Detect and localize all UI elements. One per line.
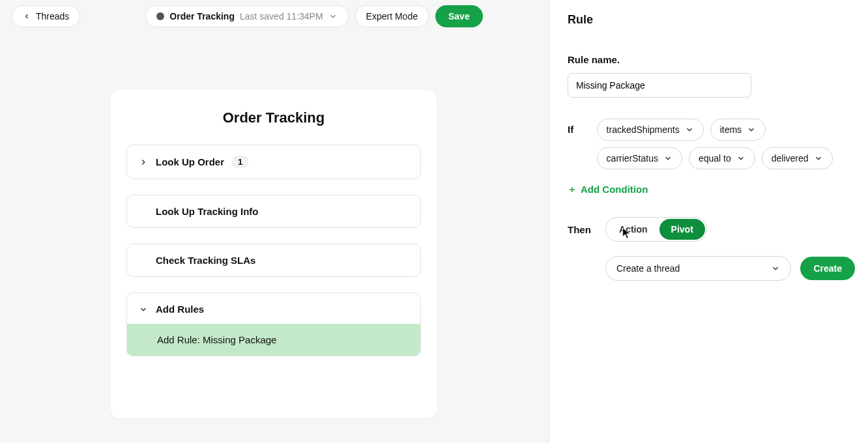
chevron-down-icon <box>139 305 148 314</box>
step-add-rules[interactable]: Add Rules <box>126 293 421 324</box>
expert-mode-label: Expert Mode <box>366 11 418 21</box>
then-row: Then Action Pivot <box>568 217 855 242</box>
step-label: Check Tracking SLAs <box>156 255 255 266</box>
condition-chips: trackedShipments items carrierStatus equ… <box>597 119 855 169</box>
plus-icon <box>568 185 577 194</box>
chip-label: trackedShipments <box>607 124 680 135</box>
rule-panel: Rule Rule name. If trackedShipments item… <box>549 0 868 443</box>
chip-items[interactable]: items <box>710 119 766 141</box>
status-dot <box>156 12 164 20</box>
step-look-up-tracking[interactable]: Look Up Tracking Info <box>126 195 421 228</box>
rule-name-input[interactable] <box>568 73 751 98</box>
rule-name-label: Rule name. <box>568 54 855 65</box>
toggle-pivot[interactable]: Pivot <box>659 219 705 240</box>
step-check-slas[interactable]: Check Tracking SLAs <box>126 244 421 277</box>
chip-carrierstatus[interactable]: carrierStatus <box>597 147 682 169</box>
topbar: Threads Order Tracking Last saved 11:34P… <box>12 5 537 27</box>
chip-label: items <box>720 124 742 135</box>
step-label: Look Up Tracking Info <box>156 206 259 217</box>
panel-heading: Rule <box>568 13 855 27</box>
context-pill[interactable]: Order Tracking Last saved 11:34PM <box>145 5 348 27</box>
step-badge: 1 <box>232 156 248 168</box>
chevron-down-icon <box>747 125 756 134</box>
add-condition-button[interactable]: Add Condition <box>568 184 648 195</box>
chevron-down-icon <box>771 264 780 273</box>
chevron-down-icon <box>814 154 823 163</box>
chip-delivered[interactable]: delivered <box>762 147 833 169</box>
then-select[interactable]: Create a thread <box>605 256 791 281</box>
workflow-title: Order Tracking <box>126 109 421 126</box>
add-condition-label: Add Condition <box>581 184 648 195</box>
then-action-row: Create a thread Create <box>605 256 855 281</box>
chevron-down-icon <box>663 154 673 163</box>
chevron-down-icon <box>736 154 745 163</box>
if-label: If <box>568 119 583 135</box>
action-pivot-toggle: Action Pivot <box>605 217 707 242</box>
threads-button[interactable]: Threads <box>12 5 80 27</box>
chevron-right-icon <box>139 158 148 167</box>
chip-label: carrierStatus <box>607 153 658 164</box>
chevron-down-icon <box>685 125 694 134</box>
step-label: Add Rules <box>156 304 204 315</box>
step-look-up-order[interactable]: Look Up Order 1 <box>126 145 421 179</box>
chip-label: delivered <box>772 153 809 164</box>
workflow-card: Order Tracking Look Up Order 1 Look Up T… <box>111 90 437 418</box>
last-saved: Last saved 11:34PM <box>240 11 323 21</box>
step-label: Look Up Order <box>156 156 224 167</box>
save-button[interactable]: Save <box>435 5 483 27</box>
chip-label: equal to <box>699 153 731 164</box>
then-select-value: Create a thread <box>616 263 680 274</box>
context-title: Order Tracking <box>169 11 235 21</box>
if-row: If trackedShipments items carrierStatus … <box>568 119 855 169</box>
create-button[interactable]: Create <box>800 257 855 280</box>
toggle-action[interactable]: Action <box>607 219 659 240</box>
then-label: Then <box>568 224 591 235</box>
expert-mode-button[interactable]: Expert Mode <box>355 5 429 27</box>
chip-equal-to[interactable]: equal to <box>689 147 755 169</box>
threads-label: Threads <box>36 11 69 21</box>
chevron-left-icon <box>23 12 31 20</box>
chip-trackedshipments[interactable]: trackedShipments <box>597 119 704 141</box>
chevron-down-icon <box>328 12 338 21</box>
rule-item-missing-package[interactable]: Add Rule: Missing Package <box>126 324 421 356</box>
